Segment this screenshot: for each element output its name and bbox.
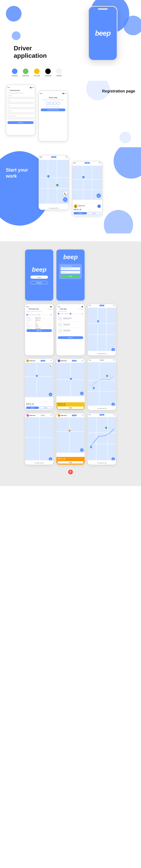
road-v2 — [57, 160, 57, 204]
map-d1-road-h1 — [88, 323, 116, 324]
toggle1-search-icon[interactable]: 🔍 — [50, 414, 52, 416]
swatch-yellow-label: #f7c208 — [34, 75, 40, 77]
orange-badge[interactable]: Online — [72, 414, 77, 416]
swatch-black-label: #000000 — [45, 75, 52, 77]
map-d1-area: ⊕ — [88, 308, 116, 352]
map-phone-detail-1: 9:41 Online 🔍 ⊕ Your wallet: EGP 150 — [87, 304, 116, 356]
toggle1-header: 👤 Nader Komy Offline 🔍 — [25, 413, 53, 417]
personal-info-screen: 9:41 ▊▊ ← Personal info 1st step Start w… — [25, 304, 53, 334]
docs-back[interactable]: ← — [58, 308, 59, 310]
reg-field-phone[interactable] — [7, 107, 34, 109]
work-phones-row: 9:41 Online 🔍 📞 — [4, 151, 137, 216]
map2-search-icon[interactable]: 🔍 — [99, 162, 101, 164]
reg-field-name[interactable] — [7, 97, 34, 99]
pi-fields: Full Name Nader Komy National ID 298xxxx… — [26, 317, 52, 329]
beep-logo: beep — [95, 29, 111, 37]
step-line-1 — [28, 315, 38, 315]
docs-subtitle: Required photocopy — [58, 311, 83, 312]
splash2-login-btn[interactable]: Login — [61, 275, 80, 278]
map-fare-search-icon[interactable]: 🔍 — [82, 360, 83, 362]
pi-next-btn[interactable]: Next step — [26, 329, 52, 332]
email-input[interactable]: example@email.com — [61, 267, 80, 270]
map-fare-badge[interactable]: Online — [72, 360, 77, 362]
map-3-route — [88, 362, 116, 407]
status-bar-2: 9:41 ▊▊ WiFi — [40, 92, 66, 94]
page-title: Driver application — [14, 44, 78, 60]
reg-field-email[interactable] — [7, 102, 34, 104]
map2-online-badge[interactable]: Online — [85, 162, 90, 164]
doc-text-3: License back... Tap to upload — [63, 330, 71, 332]
map1-online-badge[interactable]: Online — [51, 156, 57, 158]
hero-content: Driver application beep — [6, 6, 135, 61]
accept-btn[interactable]: Accept — [74, 212, 87, 214]
docs-register-btn[interactable]: Register — [58, 336, 83, 339]
pi-time: 9:41 — [26, 306, 29, 307]
password-input[interactable]: •••••••••• — [61, 271, 80, 274]
map-fare-accept-btn[interactable]: Accept — [58, 407, 83, 409]
decline-btn[interactable]: Decline — [87, 212, 101, 214]
reg-phone-1-screen: 9:41 ▊▊ WiFi ← Create Account Let's Star… — [6, 85, 35, 135]
map-drv1-locate[interactable]: ⊕ — [49, 393, 52, 396]
map-3-search[interactable]: 🔍 — [113, 360, 115, 361]
route-search[interactable]: 🔍 — [113, 414, 115, 415]
work-title: Start your work — [6, 167, 28, 179]
call-btn-1[interactable]: 📞 — [63, 191, 67, 196]
pi-subtitle: Start with creating your information — [26, 311, 52, 312]
orange-wallet: Your wallet: EGP 5 — [58, 460, 83, 461]
pi-back[interactable]: ← — [26, 308, 28, 310]
map-drv1-badge[interactable]: Online — [40, 360, 45, 362]
swatch-blue-circle — [12, 68, 18, 74]
spacer-phone — [87, 249, 116, 301]
toggle1-offline[interactable]: Offline — [40, 414, 45, 416]
code-box-4[interactable] — [57, 102, 60, 104]
login-tagline: Login to start working — [61, 266, 80, 267]
phone-toggle-1-screen: 👤 Nader Komy Offline 🔍 ⊕ Your wallet: EG — [25, 413, 53, 465]
status-time-2: 9:41 — [40, 93, 42, 94]
wallet-text-1: Your wallet: EGP 150 — [49, 208, 59, 209]
map-d1-search[interactable]: 🔍 — [113, 305, 115, 306]
phone-call[interactable]: 📞 — [97, 205, 101, 208]
swatch-green: #6bc85e — [22, 68, 29, 77]
orange-accept[interactable]: Accept — [58, 461, 83, 464]
reg-btn-continue[interactable]: Continue — [7, 121, 34, 124]
reg-back-arrow[interactable]: ← — [7, 90, 9, 91]
splash2-logo: beep — [63, 253, 78, 261]
reg-field-confirm[interactable] — [7, 117, 34, 119]
verify-btn[interactable]: Verify phone number — [41, 108, 65, 111]
map-drv1-accept[interactable]: Accept — [26, 407, 39, 409]
verify-title: Phone Verify — [40, 97, 66, 98]
code-box-1[interactable] — [47, 102, 49, 104]
map-drv1-call[interactable]: 📞 — [49, 364, 52, 368]
splash2-screen: beep Login to start working example@emai… — [56, 249, 85, 301]
docs-phone: 9:41 ▊▊ ← 2nd step 2nd step Required pho… — [56, 304, 85, 356]
toggle1-road-v — [39, 417, 39, 462]
map-phone-driver-1: 👤 Nader Komy Online 🔍 📞 ⊕ — [25, 359, 54, 410]
docs-time: 9:41 — [58, 306, 60, 307]
map-fare-locate[interactable]: ⊕ — [80, 392, 84, 395]
orange-user: 👤 Nader Komy — [58, 414, 66, 417]
reg-field-pass[interactable] — [7, 112, 34, 114]
orange-map: ⊕ — [56, 417, 85, 453]
locate-btn-1[interactable]: ⊕ — [63, 197, 67, 202]
splash1-login-btn[interactable]: Login — [30, 276, 48, 279]
hero-phone-mockup: beep — [88, 6, 117, 61]
docs-stepper — [58, 313, 83, 314]
locate-btn-2[interactable]: ⊕ — [96, 193, 101, 198]
splash1-register-btn[interactable]: Register — [30, 281, 48, 284]
orange-search[interactable]: 🔍 — [82, 414, 83, 416]
toggle1-name: Nader Komy — [30, 415, 35, 416]
doc-item-3: 📄 License back... Tap to upload — [58, 328, 83, 334]
map-drv1-btns: Accept Decline — [26, 407, 52, 409]
status-icons-2: ▊▊ WiFi — [62, 93, 66, 94]
map-3-badge[interactable]: Offline — [100, 360, 104, 361]
map-drv1-search[interactable]: 🔍 — [50, 360, 52, 362]
map-drv1-decline[interactable]: Decline — [39, 407, 52, 409]
map1-search-icon[interactable]: 🔍 — [65, 156, 67, 158]
code-box-2[interactable] — [50, 102, 53, 104]
orange-face: 👤 — [58, 414, 60, 417]
code-box-3[interactable] — [53, 102, 56, 104]
map-d1-badge[interactable]: Online — [100, 305, 104, 306]
route-badge[interactable]: Online — [100, 414, 104, 415]
hero-right: beep — [70, 6, 135, 61]
orange-locate[interactable]: ⊕ — [80, 448, 84, 452]
